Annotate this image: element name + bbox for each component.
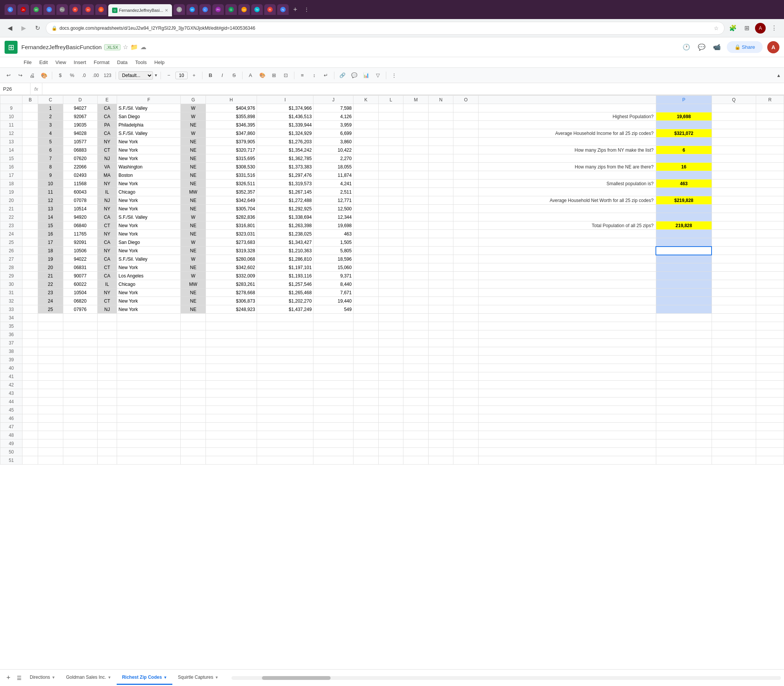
cell-state[interactable]: MA	[97, 171, 117, 180]
paint-btn[interactable]: 🎨	[39, 70, 49, 81]
menu-btn[interactable]: ⋮	[769, 23, 779, 34]
cell-population[interactable]: 18,596	[313, 255, 354, 263]
cell-population[interactable]: 3,959	[313, 121, 354, 129]
collapse-btn[interactable]: ▲	[776, 73, 781, 78]
cell-avg-income[interactable]: $379,905	[206, 137, 257, 146]
cell-state[interactable]: VA	[97, 163, 117, 171]
row-number[interactable]: 14	[0, 146, 23, 154]
cell-population[interactable]: 6,699	[313, 129, 354, 137]
cell-population[interactable]: 19,698	[313, 221, 354, 230]
col-header-d[interactable]: D	[63, 96, 97, 104]
cell-state[interactable]: CA	[97, 238, 117, 247]
cell-state[interactable]: CA	[97, 272, 117, 280]
row-number[interactable]: 21	[0, 205, 23, 213]
cell-net-worth[interactable]: $1,362,785	[257, 154, 313, 163]
cell-zip[interactable]: 11568	[63, 180, 97, 188]
menu-format[interactable]: Format	[90, 58, 113, 67]
row-number[interactable]: 25	[0, 238, 23, 247]
col-header-l[interactable]: L	[378, 96, 403, 104]
cell-city[interactable]: New York	[117, 221, 180, 230]
cell-region[interactable]: W	[181, 104, 206, 113]
cell-region[interactable]: MW	[181, 280, 206, 289]
cell-avg-income[interactable]: $323,031	[206, 230, 257, 238]
italic-btn[interactable]: I	[217, 70, 228, 81]
cell-city[interactable]: San Diego	[117, 238, 180, 247]
cell-net-worth[interactable]: $1,374,966	[257, 104, 313, 113]
col-header-g[interactable]: G	[181, 96, 206, 104]
tab-n[interactable]: N	[277, 4, 289, 15]
refresh-button[interactable]: ↻	[32, 23, 43, 34]
cell-zip[interactable]: 06840	[63, 221, 97, 230]
cell-city[interactable]: New York	[117, 289, 180, 297]
col-header-n[interactable]: N	[428, 96, 453, 104]
cell-zip[interactable]: 06820	[63, 297, 97, 305]
currency-btn[interactable]: $	[55, 70, 65, 81]
tab-r2[interactable]: R	[264, 4, 276, 15]
cell-stats-value[interactable]: 463	[656, 180, 712, 188]
cell-region[interactable]: NE	[181, 230, 206, 238]
cell-zip[interactable]: 07078	[63, 196, 97, 205]
cell-region[interactable]: NE	[181, 263, 206, 272]
tab-c[interactable]: C	[5, 4, 16, 15]
col-header-c[interactable]: C	[38, 96, 63, 104]
col-header-b[interactable]: B	[23, 96, 38, 104]
cell-avg-income[interactable]: $308,530	[206, 163, 257, 171]
cell-zip[interactable]: 60022	[63, 280, 97, 289]
cell-state[interactable]: CA	[97, 104, 117, 113]
cell-rank[interactable]: 15	[38, 221, 63, 230]
cell-zip[interactable]: 06831	[63, 263, 97, 272]
cell-region[interactable]: NE	[181, 196, 206, 205]
cell-city[interactable]: New York	[117, 137, 180, 146]
sheet-list-btn[interactable]: ☰	[14, 673, 25, 683]
cell-rank[interactable]: 14	[38, 213, 63, 221]
borders-btn[interactable]: ⊞	[269, 70, 280, 81]
folder-icon[interactable]: 📁	[131, 43, 138, 51]
cell-stats-value[interactable]	[656, 247, 712, 255]
insert-link-btn[interactable]: 🔗	[337, 70, 348, 81]
menu-insert[interactable]: Insert	[70, 58, 90, 67]
cell-rank[interactable]: 9	[38, 171, 63, 180]
cell-zip[interactable]: 94920	[63, 213, 97, 221]
col-header-i[interactable]: I	[257, 96, 313, 104]
cell-city[interactable]: Boston	[117, 171, 180, 180]
sheet-tab-richest[interactable]: Richest Zip Codes ▼	[117, 671, 173, 685]
cell-avg-income[interactable]: $342,649	[206, 196, 257, 205]
cell-zip[interactable]: 90077	[63, 272, 97, 280]
decimal-btn[interactable]: .0	[79, 70, 89, 81]
cell-stats-value[interactable]	[656, 205, 712, 213]
tab-sheets-active[interactable]: G FernandezJeffreyBasi... ✕	[108, 4, 172, 16]
cell-stats-value[interactable]	[656, 289, 712, 297]
tab-fc[interactable]: Fc	[56, 4, 68, 15]
cell-region[interactable]: W	[181, 272, 206, 280]
cell-rank[interactable]: 13	[38, 205, 63, 213]
cell-stats-value[interactable]	[656, 280, 712, 289]
filter-btn[interactable]: ▽	[373, 70, 383, 81]
col-header-k[interactable]: K	[354, 96, 379, 104]
col-header-q[interactable]: Q	[712, 96, 756, 104]
cell-state[interactable]: NY	[97, 289, 117, 297]
cell-stats-value[interactable]	[656, 263, 712, 272]
tab-2[interactable]: 2	[173, 4, 185, 15]
meet-btn[interactable]: 📹	[712, 42, 722, 52]
tab-o[interactable]: O	[95, 4, 107, 15]
cell-avg-income[interactable]: $342,602	[206, 263, 257, 272]
cell-city[interactable]: New York	[117, 305, 180, 314]
cell-stats-value[interactable]	[656, 238, 712, 247]
fill-color-btn[interactable]: 🎨	[257, 70, 268, 81]
cell-rank[interactable]: 22	[38, 280, 63, 289]
cell-stats-value[interactable]	[656, 255, 712, 263]
history-btn[interactable]: 🕐	[681, 42, 692, 52]
cell-rank[interactable]: 5	[38, 137, 63, 146]
cell-zip[interactable]: 06883	[63, 146, 97, 154]
col-header-o2[interactable]	[478, 96, 656, 104]
cell-stats-value[interactable]	[656, 272, 712, 280]
cell-zip[interactable]: 07976	[63, 305, 97, 314]
cell-avg-income[interactable]: $283,261	[206, 280, 257, 289]
cell-avg-income[interactable]: $355,898	[206, 113, 257, 121]
tab-in[interactable]: In	[82, 4, 94, 15]
font-select[interactable]: Default...	[119, 71, 153, 80]
menu-data[interactable]: Data	[113, 58, 131, 67]
cell-stats-value[interactable]: $321,072	[656, 129, 712, 137]
cell-region[interactable]: W	[181, 129, 206, 137]
cell-avg-income[interactable]: $316,801	[206, 221, 257, 230]
